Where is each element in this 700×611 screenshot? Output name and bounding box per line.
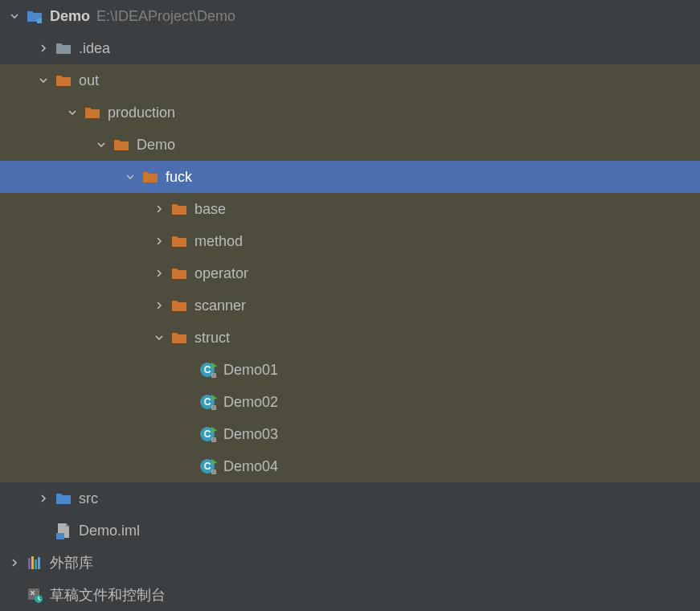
tree-item-label: 外部库 <box>50 553 93 572</box>
class-run-icon: C <box>199 393 217 411</box>
svg-text:C: C <box>204 429 211 440</box>
tree-item-out[interactable]: out <box>0 64 700 96</box>
svg-rect-13 <box>56 533 64 539</box>
tree-item-label: src <box>79 490 98 507</box>
tree-item-label: Demo01 <box>223 362 278 379</box>
tree-item-label: out <box>79 72 99 89</box>
class-run-icon: C <box>199 361 217 379</box>
svg-text:C: C <box>204 396 211 408</box>
tree-item--[interactable]: 草稿文件和控制台 <box>0 579 700 611</box>
svg-rect-3 <box>211 373 216 378</box>
tree-item-demo[interactable]: Demo <box>0 129 700 161</box>
svg-rect-6 <box>211 405 216 410</box>
chevron-down-icon[interactable] <box>35 72 51 88</box>
tree-item-label: 草稿文件和控制台 <box>50 585 166 605</box>
folder-orange-icon <box>141 168 159 186</box>
chevron-down-icon[interactable] <box>64 105 80 121</box>
tree-item-label: Demo04 <box>223 458 278 475</box>
tree-item-label: fuck <box>166 169 192 186</box>
chevron-right-icon[interactable] <box>151 297 167 314</box>
module-folder-icon <box>26 7 43 25</box>
svg-rect-15 <box>31 556 34 569</box>
tree-item-struct[interactable]: struct <box>0 322 700 354</box>
tree-item-demo[interactable]: DemoE:\IDEAProject\Demo <box>0 0 700 32</box>
tree-item-production[interactable]: production <box>0 96 700 129</box>
project-tree[interactable]: DemoE:\IDEAProject\Demo.ideaoutproductio… <box>0 0 700 611</box>
folder-orange-icon <box>84 104 101 121</box>
svg-rect-9 <box>211 437 216 442</box>
tree-item--[interactable]: 外部库 <box>0 547 700 579</box>
folder-orange-icon <box>55 72 72 89</box>
chevron-down-icon[interactable] <box>93 137 109 153</box>
svg-text:C: C <box>204 461 211 472</box>
iml-file-icon <box>55 522 72 539</box>
tree-item-scanner[interactable]: scanner <box>0 289 700 322</box>
class-run-icon: C <box>199 425 217 443</box>
chevron-down-icon[interactable] <box>6 8 23 24</box>
folder-blue-icon <box>55 490 72 507</box>
chevron-right-icon[interactable] <box>6 555 23 571</box>
class-run-icon: C <box>199 457 217 475</box>
chevron-right-icon[interactable] <box>35 40 51 56</box>
chevron-down-icon[interactable] <box>151 330 167 346</box>
tree-item-demo02[interactable]: CDemo02 <box>0 386 700 418</box>
chevron-right-icon[interactable] <box>151 265 167 281</box>
tree-item-label: Demo <box>50 8 90 25</box>
folder-orange-icon <box>170 297 188 314</box>
tree-item-label: .idea <box>79 40 110 57</box>
tree-item-label: scanner <box>194 297 246 314</box>
tree-item-label: method <box>194 233 243 250</box>
tree-item-demo01[interactable]: CDemo01 <box>0 354 700 386</box>
svg-rect-17 <box>38 557 40 569</box>
folder-orange-icon <box>170 232 188 250</box>
tree-item-demo-iml[interactable]: Demo.iml <box>0 515 700 547</box>
folder-orange-icon <box>170 329 188 347</box>
tree-item--idea[interactable]: .idea <box>0 32 700 64</box>
tree-item-label: Demo <box>137 137 175 154</box>
svg-rect-14 <box>28 558 31 569</box>
tree-item-fuck[interactable]: fuck <box>0 161 700 193</box>
tree-item-label: Demo03 <box>223 426 278 443</box>
svg-text:C: C <box>204 364 211 375</box>
folder-orange-icon <box>113 136 130 154</box>
svg-rect-12 <box>211 470 216 474</box>
tree-item-label: struct <box>194 330 230 347</box>
tree-item-demo04[interactable]: CDemo04 <box>0 450 700 482</box>
tree-item-label: operator <box>194 265 248 282</box>
chevron-right-icon[interactable] <box>151 201 167 217</box>
tree-item-label: base <box>194 201 226 218</box>
tree-item-label: production <box>108 105 175 121</box>
tree-item-base[interactable]: base <box>0 193 700 225</box>
folder-orange-icon <box>170 200 188 218</box>
svg-rect-16 <box>35 560 37 569</box>
chevron-right-icon[interactable] <box>35 490 51 506</box>
svg-rect-0 <box>37 18 42 23</box>
tree-item-operator[interactable]: operator <box>0 257 700 289</box>
folder-orange-icon <box>170 264 188 282</box>
chevron-down-icon[interactable] <box>122 169 138 185</box>
tree-item-path: E:\IDEAProject\Demo <box>96 8 235 25</box>
tree-item-method[interactable]: method <box>0 225 700 257</box>
tree-item-demo03[interactable]: CDemo03 <box>0 418 700 450</box>
library-icon <box>26 554 43 572</box>
tree-item-label: Demo.iml <box>79 523 140 539</box>
scratch-icon <box>26 586 43 604</box>
tree-item-src[interactable]: src <box>0 482 700 515</box>
chevron-right-icon[interactable] <box>151 233 167 249</box>
folder-grey-icon <box>55 39 72 57</box>
tree-item-label: Demo02 <box>223 394 278 411</box>
